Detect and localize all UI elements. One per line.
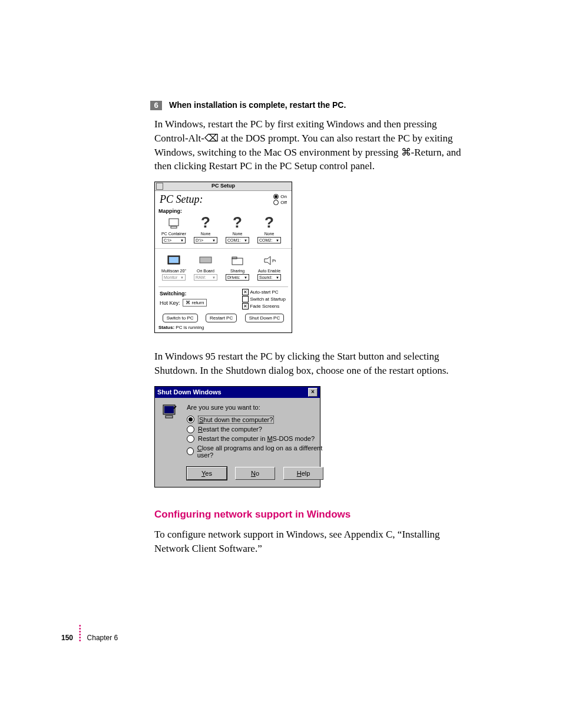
speaker-icon: PC bbox=[262, 253, 276, 268]
drive-d-dropdown[interactable]: D:\>▼ bbox=[194, 237, 217, 243]
monitor-caption: Multiscan 20" bbox=[161, 269, 186, 273]
fade-label: Fade Screens bbox=[250, 304, 280, 309]
shutdown-title: Shut Down Windows bbox=[157, 388, 222, 396]
command-key-icon: ⌘ bbox=[186, 300, 190, 305]
slot-d-caption: None bbox=[201, 232, 211, 236]
svg-rect-0 bbox=[169, 219, 178, 226]
no-button[interactable]: No bbox=[235, 467, 275, 480]
footer-dots-icon: •••••• bbox=[79, 624, 81, 642]
hotkey-value: return bbox=[192, 300, 204, 305]
ram-dropdown[interactable]: RAM:▼ bbox=[194, 274, 217, 281]
sharing-dropdown[interactable]: Drives:▼ bbox=[226, 274, 249, 281]
radio-on-label: On bbox=[280, 194, 287, 200]
com2-dropdown[interactable]: COM2:▼ bbox=[257, 237, 281, 243]
page-number: 150 bbox=[61, 634, 73, 642]
radio-shutdown[interactable] bbox=[187, 416, 194, 423]
section-heading: Configuring network support in Windows bbox=[154, 509, 562, 521]
radio-msdos-label: Restart the computer in MS-DOS mode? bbox=[198, 435, 315, 442]
radio-restart-label: Restart the computer? bbox=[198, 426, 262, 433]
svg-rect-6 bbox=[169, 257, 178, 263]
paragraph-2: In Windows 95 restart the PC by clicking… bbox=[154, 350, 462, 378]
switch-startup-label: Switch at Startup bbox=[250, 297, 286, 302]
switch-to-pc-button[interactable]: Switch to PC bbox=[163, 314, 198, 322]
svg-text:?: ? bbox=[233, 216, 242, 231]
ram-caption: On Board bbox=[197, 269, 214, 273]
svg-rect-14 bbox=[166, 416, 173, 418]
page-footer: 150 •••••• Chapter 6 bbox=[61, 634, 118, 651]
hotkey-label: Hot Key: bbox=[160, 300, 180, 306]
status-label: Status: bbox=[158, 325, 174, 330]
radio-shutdown-label: Shut down the computer? bbox=[198, 416, 274, 424]
folder-icon bbox=[230, 253, 244, 268]
drive-c-dropdown[interactable]: C:\>▼ bbox=[162, 237, 186, 243]
monitor-icon bbox=[167, 253, 181, 268]
pc-setup-header-label: PC Setup: bbox=[160, 193, 203, 206]
sound-dropdown[interactable]: Sound:▼ bbox=[257, 274, 281, 281]
fade-checkbox[interactable]: ✕ bbox=[242, 303, 249, 309]
sharing-caption: Sharing bbox=[230, 269, 244, 273]
pc-setup-window-title: PC Setup bbox=[155, 183, 292, 189]
step-number-badge: 6 bbox=[150, 101, 162, 110]
shutdown-question: Are you sure you want to: bbox=[187, 404, 323, 411]
svg-text:PC: PC bbox=[272, 259, 276, 263]
paragraph-1: In Windows, restart the PC by first exit… bbox=[154, 117, 462, 173]
mapping-label: Mapping: bbox=[155, 207, 292, 214]
svg-rect-1 bbox=[171, 226, 177, 228]
shutdown-dialog: Shut Down Windows × Are you sure you wan… bbox=[154, 386, 320, 487]
radio-off-label: Off bbox=[280, 200, 287, 206]
pc-container-icon bbox=[167, 216, 181, 230]
chapter-label: Chapter 6 bbox=[87, 634, 118, 642]
slot-com1-caption: None bbox=[233, 232, 243, 236]
svg-text:?: ? bbox=[201, 216, 210, 231]
ram-icon bbox=[199, 253, 213, 268]
pc-container-caption: PC Container bbox=[161, 232, 186, 236]
svg-rect-7 bbox=[200, 257, 211, 263]
restart-pc-button[interactable]: Restart PC bbox=[206, 314, 237, 322]
yes-button[interactable]: Yes bbox=[187, 467, 227, 480]
switch-startup-checkbox[interactable] bbox=[242, 296, 249, 302]
on-off-radio-group: On Off bbox=[273, 194, 287, 206]
question-icon: ? bbox=[262, 216, 276, 230]
slot-com2-caption: None bbox=[265, 232, 275, 236]
sound-caption: Auto Enable bbox=[258, 269, 280, 273]
radio-close-all[interactable] bbox=[187, 447, 194, 455]
radio-off[interactable] bbox=[273, 200, 279, 205]
radio-msdos[interactable] bbox=[187, 435, 194, 443]
hotkey-field[interactable]: ⌘ return bbox=[183, 299, 207, 307]
monitor-dropdown[interactable]: Monitor▼ bbox=[162, 274, 186, 281]
shutdown-computer-icon bbox=[162, 404, 180, 480]
radio-restart[interactable] bbox=[187, 426, 194, 433]
pc-setup-control-panel: PC Setup PC Setup: On Off Mapping: PC Co… bbox=[154, 182, 292, 333]
question-icon: ? bbox=[230, 216, 244, 230]
autostart-checkbox[interactable]: ✕ bbox=[242, 289, 249, 295]
svg-rect-8 bbox=[232, 258, 243, 265]
radio-close-all-label: Close all programs and log on as a diffe… bbox=[197, 444, 323, 459]
svg-marker-10 bbox=[265, 256, 270, 265]
autostart-label: Auto-start PC bbox=[250, 289, 279, 295]
status-value: PC is running bbox=[176, 325, 204, 330]
close-icon[interactable]: × bbox=[308, 388, 318, 397]
help-button[interactable]: Help bbox=[283, 467, 323, 480]
step-title: When installation is complete, restart t… bbox=[169, 100, 346, 110]
com1-dropdown[interactable]: COM1:▼ bbox=[226, 237, 249, 243]
paragraph-3: To configure network support in Windows,… bbox=[154, 528, 462, 556]
shut-down-pc-button[interactable]: Shut Down PC bbox=[245, 314, 284, 322]
svg-rect-13 bbox=[164, 406, 174, 413]
svg-text:?: ? bbox=[265, 216, 274, 231]
pc-setup-titlebar: PC Setup bbox=[155, 182, 292, 191]
radio-on[interactable] bbox=[273, 194, 279, 199]
question-icon: ? bbox=[199, 216, 213, 230]
